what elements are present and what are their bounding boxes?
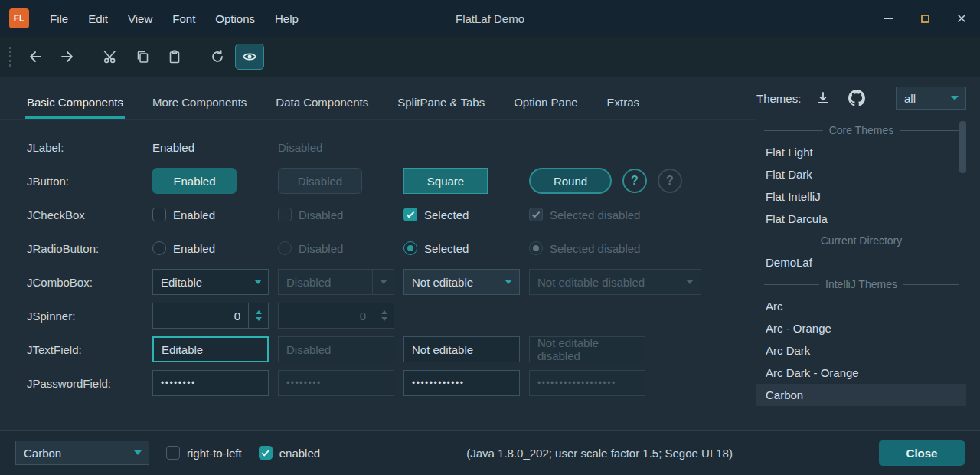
tab-extras[interactable]: Extras <box>606 85 642 119</box>
minimize-icon <box>884 18 893 19</box>
paste-button[interactable] <box>160 44 189 70</box>
radio-selected-disabled-icon <box>529 241 543 255</box>
close-button[interactable]: Close <box>879 440 965 466</box>
spinner-up-icon <box>381 310 387 314</box>
row-jbutton: JButton: Enabled Disabled Square Round ?… <box>27 164 756 198</box>
chevron-down-icon <box>134 450 142 455</box>
spinner-enabled[interactable]: 0 <box>152 303 269 329</box>
theme-item-carbon[interactable]: Carbon <box>756 384 966 406</box>
checkbox-selected[interactable]: Selected <box>403 208 469 221</box>
enabled-checkbox[interactable]: enabled <box>259 446 320 460</box>
tab-strip: Basic Components More Components Data Co… <box>0 77 756 120</box>
jbutton-help-button[interactable]: ? <box>622 169 647 193</box>
combobox-not-editable[interactable]: Not editable <box>403 269 520 295</box>
jradiobutton-row-label: JRadioButton: <box>27 242 152 255</box>
themes-filter-combobox[interactable]: all <box>896 87 966 110</box>
jbutton-square-button[interactable]: Square <box>403 168 488 194</box>
radio-icon <box>278 241 292 255</box>
checkbox-disabled: Disabled <box>278 208 343 221</box>
status-bar: Carbon right-to-left enabled (Java 1.8.0… <box>0 430 980 475</box>
theme-item-arc-dark-orange[interactable]: Arc Dark - Orange <box>756 362 966 384</box>
theme-item-flat-darcula[interactable]: Flat Darcula <box>756 208 966 230</box>
combobox-arrow-button[interactable] <box>944 87 965 109</box>
refresh-button[interactable] <box>203 44 232 70</box>
combobox-arrow-button[interactable] <box>127 441 149 464</box>
menu-help[interactable]: Help <box>265 0 309 37</box>
theme-combobox[interactable]: Carbon <box>15 441 149 465</box>
toolbar-grip[interactable] <box>9 47 11 67</box>
radio-selected[interactable]: Selected <box>403 241 469 255</box>
window-controls <box>870 0 980 37</box>
theme-item-flat-intellij[interactable]: Flat IntelliJ <box>756 185 966 208</box>
tab-more-components[interactable]: More Components <box>151 85 248 119</box>
themes-scrollbar[interactable] <box>959 121 966 173</box>
cut-button[interactable] <box>96 44 125 70</box>
row-jtextfield: JTextField: Editable Disabled Not editab… <box>27 332 756 366</box>
jbutton-enabled-button[interactable]: Enabled <box>152 168 237 194</box>
combobox-arrow-button[interactable] <box>498 270 519 294</box>
check-icon <box>407 209 415 218</box>
radio-dot-icon <box>407 245 413 251</box>
menu-view[interactable]: View <box>118 0 162 37</box>
github-button[interactable] <box>844 87 870 110</box>
row-jpasswordfield: JPasswordField: •••••••• •••••••• ••••••… <box>27 366 756 400</box>
copy-icon <box>135 49 150 64</box>
forward-button[interactable] <box>53 44 82 70</box>
combobox-arrow-button[interactable] <box>247 270 268 294</box>
theme-item-flat-dark[interactable]: Flat Dark <box>756 163 966 185</box>
tab-basic-components[interactable]: Basic Components <box>25 85 125 119</box>
radio-selected-icon <box>403 241 417 255</box>
menu-font[interactable]: Font <box>162 0 205 37</box>
combobox-value[interactable]: Editable <box>153 276 247 289</box>
spinner-value[interactable]: 0 <box>153 310 248 323</box>
close-button-window[interactable] <box>943 0 980 37</box>
themes-panel: Themes: all Core Themes Flat Light Flat … <box>756 77 980 430</box>
theme-item-arc[interactable]: Arc <box>756 295 966 317</box>
checkbox-icon <box>278 208 292 221</box>
back-button[interactable] <box>21 44 50 70</box>
tab-splitpane-tabs[interactable]: SplitPane & Tabs <box>396 85 486 119</box>
textfield-editable[interactable]: Editable <box>152 336 269 362</box>
passwordfield-disabled: •••••••• <box>278 370 394 396</box>
combobox-disabled: Disabled <box>278 269 394 295</box>
chevron-down-icon <box>254 280 262 284</box>
spinner-buttons[interactable] <box>248 303 268 328</box>
jtextfield-row-label: JTextField: <box>27 343 152 356</box>
themes-group-label: Current Directory <box>821 234 903 247</box>
combobox-value: Disabled <box>279 276 372 289</box>
menu-edit[interactable]: Edit <box>78 0 118 37</box>
show-hidden-toggle[interactable] <box>235 44 264 70</box>
themes-group-separator: Core Themes <box>756 120 966 141</box>
menu-file[interactable]: File <box>40 0 78 37</box>
tab-option-pane[interactable]: Option Pane <box>512 85 579 119</box>
theme-item-flat-light[interactable]: Flat Light <box>756 141 966 163</box>
maximize-button[interactable] <box>906 0 943 37</box>
download-themes-button[interactable] <box>810 87 836 110</box>
chevron-down-icon <box>686 280 694 284</box>
jbutton-round-button[interactable]: Round <box>529 168 612 194</box>
theme-item-arc-orange[interactable]: Arc - Orange <box>756 317 966 339</box>
tab-data-components[interactable]: Data Components <box>274 85 370 119</box>
menu-options[interactable]: Options <box>205 0 265 37</box>
combobox-value: Not editable disabled <box>530 276 679 289</box>
rtl-checkbox[interactable]: right-to-left <box>166 446 242 460</box>
enabled-checkbox-label: enabled <box>279 447 320 460</box>
textfield-not-editable[interactable]: Not editable <box>403 336 520 362</box>
theme-item-arc-dark[interactable]: Arc Dark <box>756 339 966 362</box>
passwordfield-not-editable[interactable]: •••••••••••• <box>403 370 520 396</box>
radio-enabled[interactable]: Enabled <box>152 241 215 255</box>
spinner-up-icon <box>256 310 262 314</box>
jbutton-row-label: JButton: <box>27 175 152 188</box>
refresh-icon <box>210 49 225 64</box>
copy-button[interactable] <box>128 44 157 70</box>
combobox-editable[interactable]: Editable <box>152 269 269 295</box>
components-panel: JLabel: Enabled Disabled JButton: Enable… <box>0 120 756 400</box>
spinner-down-icon <box>256 317 262 321</box>
radio-enabled-label: Enabled <box>173 242 215 255</box>
minimize-button[interactable] <box>870 0 906 37</box>
theme-item-demolaf[interactable]: DemoLaf <box>756 251 966 274</box>
themes-label: Themes: <box>756 92 801 105</box>
checkbox-enabled[interactable]: Enabled <box>152 208 215 221</box>
app-logo: FL <box>9 8 29 28</box>
passwordfield-editable[interactable]: •••••••• <box>152 370 269 396</box>
